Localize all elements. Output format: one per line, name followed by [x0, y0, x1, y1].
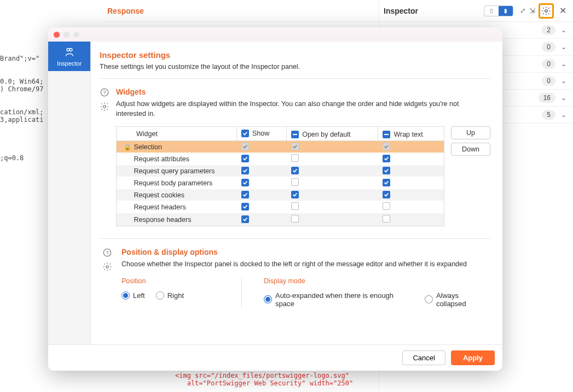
window-minimize-icon[interactable]	[63, 32, 70, 38]
window-zoom-icon[interactable]	[73, 32, 79, 38]
checkbox-icon[interactable]	[383, 155, 390, 162]
count-badge: 5	[542, 110, 555, 120]
widget-name: Request body parameters	[134, 179, 212, 187]
gear-icon[interactable]	[102, 262, 112, 272]
checkbox-icon[interactable]	[383, 215, 390, 223]
lock-icon: 🔒	[123, 144, 132, 151]
down-button[interactable]: Down	[451, 143, 490, 156]
inspector-settings-button[interactable]	[539, 3, 554, 19]
checkbox-icon	[291, 143, 299, 150]
checkbox-icon[interactable]	[291, 215, 299, 223]
checkbox-icon[interactable]	[383, 167, 390, 174]
checkbox-icon	[241, 143, 249, 150]
inspector-header: Inspector ▯ ▮ ⤢ ⇲ ✕	[379, 0, 573, 22]
checkbox-icon[interactable]	[291, 154, 299, 162]
background-bottom-code: <img src="/index_files/portswigger-logo.…	[175, 372, 353, 387]
widget-name: Request headers	[134, 203, 186, 211]
expand-icon[interactable]: ⤢	[520, 7, 526, 15]
sidebar-item-inspector[interactable]: Inspector	[48, 42, 90, 71]
table-row[interactable]: Request cookies	[117, 189, 444, 201]
modal-intro: These settings let you customize the lay…	[100, 63, 490, 71]
checkbox-icon[interactable]	[383, 179, 390, 186]
count-badge: 2	[542, 25, 555, 35]
header-show-checkbox[interactable]	[241, 130, 249, 137]
header-wrap-checkbox[interactable]	[383, 131, 390, 138]
col-wrap[interactable]: Wrap text	[378, 127, 444, 141]
checkbox-icon[interactable]	[241, 191, 249, 198]
modal-title: Inspector settings	[100, 50, 490, 60]
svg-text:?: ?	[106, 250, 108, 255]
count-badge: 0	[542, 76, 555, 86]
radio-icon	[425, 295, 433, 303]
count-badge: 0	[542, 59, 555, 69]
inspector-layout-toggle[interactable]: ▯ ▮	[484, 5, 513, 16]
radio-icon	[156, 291, 164, 300]
position-label: Position	[121, 277, 219, 285]
table-row[interactable]: Request query parameters	[117, 165, 444, 177]
checkbox-icon[interactable]	[241, 155, 249, 162]
chevron-down-icon: ⌄	[561, 111, 566, 119]
col-show[interactable]: Show	[237, 127, 287, 141]
help-icon[interactable]: ?	[102, 248, 112, 258]
checkbox-icon[interactable]	[291, 202, 299, 210]
section-icons: ?	[100, 87, 109, 226]
display-mode-label: Display mode	[264, 277, 490, 285]
section-icons: ?	[100, 248, 115, 308]
sidebar-item-label: Inspector	[57, 60, 82, 67]
collapse-icon[interactable]: ⇲	[529, 7, 535, 15]
table-row[interactable]: Request headers	[117, 201, 444, 213]
cancel-button[interactable]: Cancel	[402, 350, 445, 365]
position-right-radio[interactable]: Right	[156, 291, 184, 300]
checkbox-icon[interactable]	[241, 215, 249, 223]
checkbox-icon[interactable]	[241, 167, 249, 174]
apply-button[interactable]: Apply	[451, 350, 495, 365]
modal-content: Inspector settings These settings let yo…	[91, 42, 502, 344]
col-open[interactable]: Open by default	[287, 127, 378, 141]
table-row[interactable]: Request attributes	[117, 153, 444, 165]
chevron-down-icon: ⌄	[561, 60, 566, 68]
count-badge: 16	[539, 93, 555, 103]
gear-icon[interactable]	[100, 102, 109, 112]
mode-collapsed-radio[interactable]: Always collapsed	[425, 291, 490, 308]
position-left-radio[interactable]: Left	[121, 291, 145, 300]
checkbox-icon[interactable]	[291, 178, 299, 186]
modal-footer: Cancel Apply	[48, 344, 502, 371]
widgets-desc: Adjust how widgets are displayed within …	[116, 100, 490, 119]
svg-point-0	[545, 9, 548, 12]
background-code: Brand";v=" 0.0; Win64; ) Chrome/97 catio…	[0, 55, 43, 162]
svg-point-5	[103, 106, 106, 108]
col-widget[interactable]: Widget	[117, 127, 237, 141]
close-icon[interactable]: ✕	[557, 5, 569, 16]
modal-sidebar: Inspector	[48, 42, 91, 344]
checkbox-icon[interactable]	[383, 202, 390, 210]
help-icon[interactable]: ?	[100, 87, 109, 97]
header-open-checkbox[interactable]	[291, 131, 299, 138]
widgets-heading: Widgets	[116, 87, 490, 96]
window-titlebar	[48, 27, 502, 42]
checkbox-icon[interactable]	[383, 191, 390, 198]
checkbox-icon[interactable]	[241, 203, 249, 210]
svg-point-8	[106, 266, 109, 268]
position-heading: Position & display options	[121, 248, 490, 256]
checkbox-icon	[383, 143, 390, 150]
table-row[interactable]: Response headers	[117, 213, 444, 226]
radio-icon	[264, 295, 272, 303]
widget-name: Request attributes	[134, 155, 189, 163]
table-row[interactable]: 🔒 Selection	[117, 141, 444, 153]
window-close-icon[interactable]	[54, 32, 60, 38]
chevron-down-icon: ⌄	[561, 77, 566, 85]
radio-icon	[121, 291, 130, 300]
checkbox-icon[interactable]	[291, 191, 299, 198]
up-button[interactable]: Up	[451, 126, 490, 139]
checkbox-icon[interactable]	[241, 179, 249, 186]
layout-left-icon[interactable]: ▯	[484, 6, 499, 16]
layout-right-icon[interactable]: ▮	[499, 6, 513, 16]
table-row[interactable]: Request body parameters	[117, 177, 444, 189]
response-title: Response	[107, 7, 144, 15]
svg-point-1	[67, 49, 70, 51]
inspector-settings-modal: Inspector Inspector settings These setti…	[48, 27, 502, 371]
mode-auto-radio[interactable]: Auto-expanded when there is enough space	[264, 291, 414, 308]
checkbox-icon[interactable]	[291, 167, 299, 174]
chevron-down-icon: ⌄	[561, 94, 566, 102]
inspector-title: Inspector	[384, 7, 418, 15]
